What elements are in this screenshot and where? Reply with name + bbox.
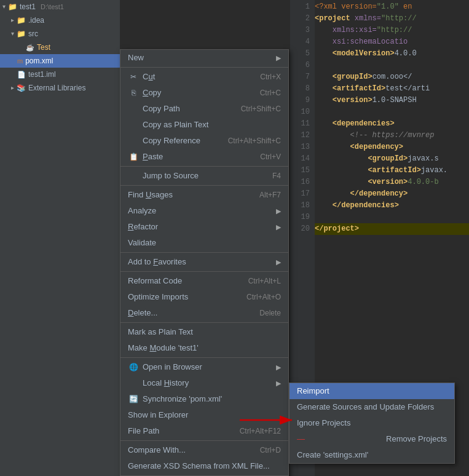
menu-label-history: Local History xyxy=(143,375,189,391)
tree-item-src[interactable]: ▾ 📁 src xyxy=(0,27,120,41)
tree-label-idea: .idea xyxy=(28,14,44,27)
line-num-7: 7 xyxy=(290,71,315,83)
menu-item-copy-path[interactable]: Copy Path Ctrl+Shift+C xyxy=(120,101,288,117)
menu-item-show-explorer[interactable]: Show in Explorer xyxy=(120,407,288,423)
menu-item-refactor[interactable]: Refactor ▶ xyxy=(120,219,288,235)
separator-8 xyxy=(120,440,288,441)
menu-item-cut[interactable]: ✂ Cut Ctrl+X xyxy=(120,69,288,85)
menu-item-analyze[interactable]: Analyze ▶ xyxy=(120,203,288,219)
menu-label-filepath: File Path xyxy=(128,423,159,439)
menu-item-reformat[interactable]: Reformat Code Ctrl+Alt+L xyxy=(120,273,288,289)
menu-item-new[interactable]: New ▶ xyxy=(120,50,288,66)
separator-6 xyxy=(120,322,288,323)
menu-item-copy-ref[interactable]: Copy Reference Ctrl+Alt+Shift+C xyxy=(120,133,288,149)
line-num-10: 10 xyxy=(290,106,315,118)
menu-label-browser: Open in Browser xyxy=(143,359,202,375)
menu-item-validate[interactable]: Validate xyxy=(120,235,288,251)
submenu-arrow-refactor: ▶ xyxy=(276,219,281,235)
menu-label-paste: Paste xyxy=(143,149,163,165)
shortcut-reformat: Ctrl+Alt+L xyxy=(248,273,281,289)
tree-label-pom: pom.xml xyxy=(25,54,53,68)
submenu-arrow-analyze: ▶ xyxy=(276,203,281,219)
line-num-14: 14 xyxy=(290,153,315,165)
menu-item-add-favorites[interactable]: Add to Favorites ▶ xyxy=(120,254,288,270)
menu-item-copy[interactable]: ⎘ Copy Ctrl+C xyxy=(120,85,288,101)
menu-item-make-module[interactable]: Make Module 'test1' xyxy=(120,340,288,356)
copy-path-icon xyxy=(128,103,139,114)
tree-item-idea[interactable]: ▸ 📁 .idea xyxy=(0,14,120,27)
copy-ref-icon xyxy=(128,135,139,146)
shortcut-copy-path: Ctrl+Shift+C xyxy=(241,101,281,117)
xml-line-8: <artifactId>test</arti xyxy=(315,83,469,95)
xml-line-10 xyxy=(315,106,469,118)
tree-item-test-iml[interactable]: 📄 test1.iml xyxy=(0,68,120,81)
history-icon xyxy=(128,378,139,389)
globe-icon: 🌐 xyxy=(128,362,139,373)
line-num-20: 20 xyxy=(290,223,315,235)
submenu-item-gen-sources[interactable]: Generate Sources and Update Folders xyxy=(290,399,454,415)
xml-line-14: <groupId>javax.s xyxy=(315,153,469,165)
submenu-arrow-history: ▶ xyxy=(276,375,281,391)
menu-item-local-history[interactable]: Local History ▶ xyxy=(120,375,288,391)
tree-item-pom-xml[interactable]: m pom.xml xyxy=(0,54,120,68)
shortcut-cut: Ctrl+X xyxy=(260,69,281,85)
menu-label-xsd: Generate XSD Schema from XML File... xyxy=(128,458,270,474)
line-num-6: 6 xyxy=(290,60,315,71)
context-menu: New ▶ ✂ Cut Ctrl+X ⎘ Copy Ctrl+C Copy Pa… xyxy=(120,49,289,476)
menu-item-jump-to-source[interactable]: Jump to Source F4 xyxy=(120,168,288,184)
menu-label-refactor: Refactor xyxy=(128,219,158,235)
menu-item-copy-plain[interactable]: Copy as Plain Text xyxy=(120,117,288,133)
shortcut-optimize: Ctrl+Alt+O xyxy=(246,289,281,305)
shortcut-compare: Ctrl+D xyxy=(260,442,281,458)
tree-item-ext-libs[interactable]: ▸ 📚 External Libraries xyxy=(0,81,120,95)
separator-4 xyxy=(120,252,288,253)
submenu-label-reimport: Reimport xyxy=(297,383,329,399)
xml-line-1: <?xml version="1.0" en xyxy=(315,1,469,13)
shortcut-copy-ref: Ctrl+Alt+Shift+C xyxy=(228,133,281,149)
menu-item-gen-xsd[interactable]: Generate XSD Schema from XML File... xyxy=(120,458,288,474)
line-num-11: 11 xyxy=(290,118,315,130)
submenu-item-reimport[interactable]: Reimport xyxy=(290,383,454,399)
menu-label-cut: Cut xyxy=(143,69,155,85)
line-num-1: 1 xyxy=(290,1,315,13)
tree-label-test1: test1 xyxy=(20,0,36,14)
line-num-19: 19 xyxy=(290,212,315,223)
tree-path-test1: D:\test1 xyxy=(41,0,64,14)
menu-item-open-browser[interactable]: 🌐 Open in Browser ▶ xyxy=(120,359,288,375)
shortcut-copy: Ctrl+C xyxy=(260,85,281,101)
xml-line-2: <project xmlns="http:// xyxy=(315,13,469,25)
line-num-2: 2 xyxy=(290,13,315,25)
tree-item-test-java[interactable]: ☕ Test xyxy=(0,41,120,54)
line-num-9: 9 xyxy=(290,95,315,106)
xml-line-15: <artifactId>javax. xyxy=(315,165,469,177)
copy-icon: ⎘ xyxy=(128,87,139,98)
menu-item-file-path[interactable]: File Path Ctrl+Alt+F12 xyxy=(120,423,288,439)
tree-item-test1[interactable]: ▾ 📁 test1 D:\test1 xyxy=(0,0,120,14)
menu-item-synchronize[interactable]: 🔄 Synchronize 'pom.xml' xyxy=(120,391,288,407)
folder-icon-test1: 📁 xyxy=(8,0,17,14)
menu-item-optimize[interactable]: Optimize Imports Ctrl+Alt+O xyxy=(120,289,288,305)
expand-icon-idea: ▸ xyxy=(11,14,14,27)
submenu-item-ignore[interactable]: Ignore Projects xyxy=(290,415,454,431)
menu-item-mark-plain[interactable]: Mark as Plain Text xyxy=(120,324,288,340)
menu-label-new: New xyxy=(128,50,144,66)
menu-item-delete[interactable]: Delete... Delete xyxy=(120,305,288,321)
menu-label-copy-path: Copy Path xyxy=(143,101,180,117)
menu-item-find-usages[interactable]: Find Usages Alt+F7 xyxy=(120,187,288,203)
submenu-item-remove[interactable]: — Remove Projects xyxy=(290,431,454,447)
scissors-icon: ✂ xyxy=(128,71,139,82)
separator-2 xyxy=(120,166,288,167)
file-tree: ▾ 📁 test1 D:\test1 ▸ 📁 .idea ▾ 📁 src ☕ T… xyxy=(0,0,120,476)
menu-label-analyze: Analyze xyxy=(128,203,156,219)
xml-line-7: <groupId>com.ooo</ xyxy=(315,71,469,83)
menu-item-paste[interactable]: 📋 Paste Ctrl+V xyxy=(120,149,288,165)
submenu-arrow-favorites: ▶ xyxy=(276,254,281,270)
menu-label-find: Find Usages xyxy=(128,187,173,203)
menu-item-compare[interactable]: Compare With... Ctrl+D xyxy=(120,442,288,458)
menu-label-explorer: Show in Explorer xyxy=(128,407,188,423)
copy-plain-icon xyxy=(128,119,139,130)
line-num-3: 3 xyxy=(290,25,315,36)
submenu-item-create-settings[interactable]: Create 'settings.xml' xyxy=(290,447,454,463)
tree-label-extlibs: External Libraries xyxy=(28,81,85,95)
submenu-label-gen-sources: Generate Sources and Update Folders xyxy=(297,399,434,415)
